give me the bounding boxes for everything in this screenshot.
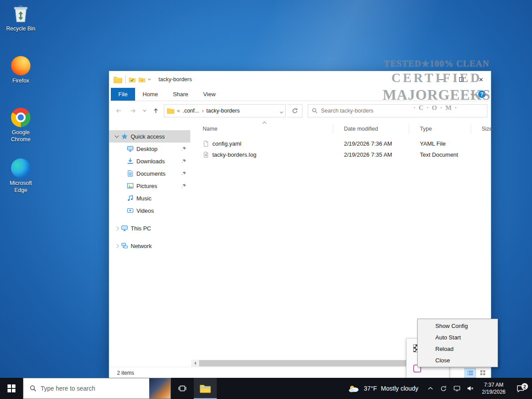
notification-badge: 2 bbox=[521, 383, 528, 390]
firefox-icon bbox=[11, 56, 31, 76]
sidebar-item-pictures[interactable]: Pictures bbox=[109, 180, 190, 192]
customize-toolbar-chevron-icon[interactable] bbox=[148, 77, 151, 80]
breadcrumb-current[interactable]: tacky-borders bbox=[206, 108, 240, 114]
pin-icon bbox=[181, 146, 187, 152]
tab-file[interactable]: File bbox=[111, 88, 135, 101]
log-file-icon bbox=[203, 151, 209, 158]
menu-item-reload[interactable]: Reload bbox=[418, 343, 498, 354]
window-title: tacky-borders bbox=[158, 76, 431, 83]
chevron-down-icon[interactable] bbox=[115, 134, 119, 138]
taskbar-search-input[interactable] bbox=[41, 385, 145, 392]
recycle-bin-icon bbox=[11, 4, 31, 24]
weather-condition: Mostly cloudy bbox=[381, 385, 419, 392]
divider bbox=[125, 75, 126, 83]
task-view-button[interactable] bbox=[171, 378, 194, 399]
desktop-icon-edge[interactable]: Microsoft Edge bbox=[4, 158, 38, 194]
sidebar-item-network[interactable]: Network bbox=[109, 240, 190, 252]
table-row[interactable]: tacky-borders.log 2/19/2026 7:35 AM Text… bbox=[191, 149, 490, 160]
recent-locations-chevron-icon[interactable] bbox=[141, 105, 148, 117]
close-button[interactable]: × bbox=[471, 72, 491, 88]
new-folder-icon[interactable] bbox=[139, 77, 145, 83]
pin-icon bbox=[181, 171, 187, 177]
chevron-right-icon[interactable] bbox=[115, 226, 119, 230]
scroll-left-arrow[interactable] bbox=[191, 360, 198, 367]
maximize-button[interactable] bbox=[451, 72, 471, 88]
sidebar-item-downloads[interactable]: Downloads bbox=[109, 155, 190, 167]
thumbnails-view-button[interactable] bbox=[477, 368, 488, 378]
up-button[interactable] bbox=[150, 105, 162, 117]
properties-icon[interactable] bbox=[129, 77, 136, 83]
tray-context-menu: Show Config Auto Start Reload Close bbox=[417, 319, 498, 367]
yaml-file-icon bbox=[203, 140, 209, 147]
menu-item-show-config[interactable]: Show Config bbox=[418, 320, 498, 331]
refresh-button[interactable] bbox=[287, 104, 302, 117]
help-icon[interactable]: ? bbox=[478, 90, 486, 98]
action-center-button[interactable]: 2 bbox=[512, 384, 529, 393]
windows-logo-icon bbox=[8, 384, 15, 392]
sidebar-item-music[interactable]: Music bbox=[109, 192, 190, 204]
weather-widget[interactable]: 37°F Mostly cloudy bbox=[341, 378, 425, 399]
start-button[interactable] bbox=[0, 378, 23, 399]
breadcrumb-overflow[interactable]: « bbox=[177, 108, 180, 114]
search-highlight-image[interactable] bbox=[149, 378, 170, 399]
display-tray-icon[interactable] bbox=[451, 378, 463, 399]
sidebar-item-documents[interactable]: Documents bbox=[109, 167, 190, 180]
taskbar-clock[interactable]: 7:37 AM 2/19/2026 bbox=[478, 381, 510, 395]
system-tray: 7:37 AM 2/19/2026 2 bbox=[425, 378, 532, 399]
tab-view[interactable]: View bbox=[196, 88, 223, 101]
edge-icon bbox=[11, 158, 31, 178]
search-box[interactable] bbox=[308, 104, 487, 117]
desktop-icon-label: Google Chrome bbox=[4, 129, 38, 143]
desktop-icon-recycle-bin[interactable]: Recycle Bin bbox=[4, 4, 38, 33]
column-header-modified[interactable]: Date modified bbox=[333, 124, 409, 134]
menu-item-auto-start[interactable]: Auto Start bbox=[418, 331, 498, 343]
title-bar[interactable]: tacky-borders × bbox=[109, 71, 491, 88]
navigation-bar: « .conf... › tacky-borders bbox=[109, 101, 491, 120]
ribbon-tab-bar: File Home Share View ? bbox=[109, 88, 491, 101]
minimize-button[interactable] bbox=[431, 72, 451, 88]
file-name: tacky-borders.log bbox=[212, 151, 257, 158]
navigation-pane: Quick access Desktop Downloads Documents… bbox=[109, 120, 190, 367]
chevron-right-icon[interactable] bbox=[115, 244, 119, 248]
search-icon bbox=[312, 108, 318, 114]
file-type: YAML File bbox=[409, 140, 471, 147]
expand-ribbon-chevron-icon[interactable] bbox=[470, 92, 473, 95]
table-row[interactable]: config.yaml 2/19/2026 7:36 AM YAML File bbox=[191, 138, 490, 149]
documents-icon bbox=[127, 170, 134, 177]
address-dropdown-chevron-icon[interactable] bbox=[280, 108, 283, 114]
details-view-button[interactable] bbox=[464, 368, 476, 378]
column-header-size[interactable]: Size bbox=[471, 124, 492, 134]
back-button[interactable] bbox=[113, 105, 125, 117]
desktop-icon-chrome[interactable]: Google Chrome bbox=[4, 107, 38, 143]
breadcrumb-separator: › bbox=[202, 108, 204, 114]
minimize-icon bbox=[439, 79, 444, 80]
sidebar-item-this-pc[interactable]: This PC bbox=[109, 222, 190, 234]
quick-access-star-icon bbox=[121, 133, 128, 140]
items-count: 2 items bbox=[117, 370, 134, 376]
forward-button[interactable] bbox=[127, 105, 139, 117]
breadcrumb-parent[interactable]: .conf... bbox=[183, 108, 200, 114]
tab-home[interactable]: Home bbox=[135, 88, 166, 101]
desktop-icon-firefox[interactable]: Firefox bbox=[4, 56, 38, 85]
column-header-name[interactable]: Name bbox=[191, 124, 333, 134]
this-pc-icon bbox=[121, 225, 128, 232]
sidebar-item-quick-access[interactable]: Quick access bbox=[109, 130, 190, 143]
address-bar[interactable]: « .conf... › tacky-borders bbox=[164, 104, 286, 117]
sidebar-item-desktop[interactable]: Desktop bbox=[109, 143, 190, 155]
search-input[interactable] bbox=[321, 108, 483, 114]
chrome-icon bbox=[11, 107, 31, 128]
sidebar-item-videos[interactable]: Videos bbox=[109, 204, 190, 217]
menu-item-close[interactable]: Close bbox=[418, 354, 498, 366]
desktop-monitor-icon bbox=[127, 145, 134, 152]
column-header-type[interactable]: Type bbox=[409, 124, 471, 134]
clock-time: 7:37 AM bbox=[484, 381, 503, 388]
folder-window-icon bbox=[113, 76, 122, 83]
taskbar-search-box[interactable] bbox=[23, 378, 171, 399]
tray-chevron-up-icon[interactable] bbox=[425, 378, 436, 399]
volume-muted-icon[interactable] bbox=[464, 378, 476, 399]
taskbar-file-explorer-button[interactable] bbox=[194, 378, 217, 399]
tab-share[interactable]: Share bbox=[166, 88, 196, 101]
taskbar: 37°F Mostly cloudy 7:37 AM 2/19/2026 2 bbox=[0, 378, 532, 399]
update-tray-icon[interactable] bbox=[438, 378, 449, 399]
desktop-icon-label: Recycle Bin bbox=[6, 26, 35, 33]
